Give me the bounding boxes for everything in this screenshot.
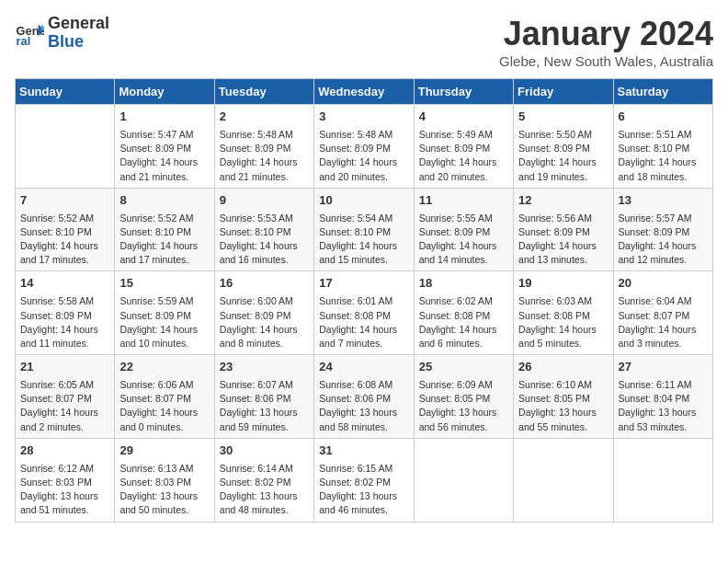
day-info: Daylight: 14 hours bbox=[419, 155, 508, 169]
day-info: Sunrise: 6:10 AM bbox=[518, 378, 608, 392]
day-number: 20 bbox=[619, 275, 708, 293]
day-info: Sunrise: 6:13 AM bbox=[119, 462, 209, 476]
calendar-cell: 30Sunrise: 6:14 AMSunset: 8:02 PMDayligh… bbox=[214, 438, 313, 522]
day-number: 13 bbox=[619, 192, 708, 210]
day-number: 5 bbox=[518, 109, 608, 126]
day-info: Sunrise: 6:15 AM bbox=[319, 462, 408, 476]
day-info: Daylight: 14 hours bbox=[419, 239, 508, 253]
day-number: 25 bbox=[419, 359, 508, 376]
day-number: 6 bbox=[619, 109, 708, 126]
day-info: Sunrise: 6:05 AM bbox=[20, 378, 109, 392]
day-info: Daylight: 13 hours bbox=[20, 489, 109, 503]
day-number: 15 bbox=[119, 275, 209, 293]
day-info: and 13 minutes. bbox=[518, 253, 608, 267]
calendar-cell: 28Sunrise: 6:12 AMSunset: 8:03 PMDayligh… bbox=[16, 438, 115, 522]
calendar-cell: 1Sunrise: 5:47 AMSunset: 8:09 PMDaylight… bbox=[115, 105, 214, 189]
day-info: Daylight: 14 hours bbox=[20, 323, 109, 337]
calendar-week-5: 28Sunrise: 6:12 AMSunset: 8:03 PMDayligh… bbox=[16, 438, 713, 522]
day-info: Sunrise: 5:50 AM bbox=[518, 128, 608, 142]
day-info: and 48 minutes. bbox=[220, 503, 309, 517]
day-info: Sunset: 8:05 PM bbox=[518, 392, 608, 406]
logo: Gene ral General Blue bbox=[15, 15, 109, 52]
day-info: Daylight: 14 hours bbox=[319, 155, 408, 169]
calendar-cell: 7Sunrise: 5:52 AMSunset: 8:10 PMDaylight… bbox=[16, 188, 115, 271]
logo-line1: General bbox=[48, 15, 109, 33]
calendar-cell: 3Sunrise: 5:48 AMSunset: 8:09 PMDaylight… bbox=[314, 105, 414, 189]
calendar-cell: 26Sunrise: 6:10 AMSunset: 8:05 PMDayligh… bbox=[514, 355, 613, 439]
day-number: 8 bbox=[119, 192, 209, 210]
day-info: Sunset: 8:09 PM bbox=[220, 309, 309, 323]
day-info: Sunset: 8:09 PM bbox=[20, 309, 109, 323]
calendar-cell: 2Sunrise: 5:48 AMSunset: 8:09 PMDaylight… bbox=[214, 105, 313, 189]
day-number: 2 bbox=[220, 109, 309, 126]
calendar-cell bbox=[16, 105, 115, 189]
header-row: Sunday Monday Tuesday Wednesday Thursday… bbox=[16, 79, 713, 105]
calendar-week-1: 1Sunrise: 5:47 AMSunset: 8:09 PMDaylight… bbox=[16, 105, 713, 189]
day-info: Daylight: 13 hours bbox=[419, 406, 508, 419]
day-info: Sunset: 8:10 PM bbox=[20, 225, 109, 239]
day-info: Sunrise: 5:48 AM bbox=[220, 128, 309, 142]
day-info: Daylight: 14 hours bbox=[20, 239, 109, 253]
day-info: Sunset: 8:09 PM bbox=[419, 142, 508, 155]
calendar-body: 1Sunrise: 5:47 AMSunset: 8:09 PMDaylight… bbox=[16, 105, 713, 523]
calendar-cell: 12Sunrise: 5:56 AMSunset: 8:09 PMDayligh… bbox=[514, 188, 613, 271]
day-info: Sunset: 8:04 PM bbox=[619, 392, 708, 406]
day-number: 22 bbox=[119, 359, 209, 376]
day-info: Daylight: 14 hours bbox=[119, 406, 209, 419]
day-info: and 6 minutes. bbox=[419, 337, 508, 350]
day-info: Sunrise: 5:53 AM bbox=[220, 212, 309, 225]
day-info: Daylight: 13 hours bbox=[619, 406, 708, 419]
day-info: Sunset: 8:02 PM bbox=[220, 476, 309, 489]
day-info: Sunset: 8:02 PM bbox=[319, 476, 408, 489]
calendar-cell: 31Sunrise: 6:15 AMSunset: 8:02 PMDayligh… bbox=[314, 438, 414, 522]
calendar-cell: 8Sunrise: 5:52 AMSunset: 8:10 PMDaylight… bbox=[115, 188, 214, 271]
day-info: and 17 minutes. bbox=[20, 253, 109, 267]
day-info: Sunrise: 5:49 AM bbox=[419, 128, 508, 142]
calendar-cell: 5Sunrise: 5:50 AMSunset: 8:09 PMDaylight… bbox=[514, 105, 613, 189]
calendar-cell: 9Sunrise: 5:53 AMSunset: 8:10 PMDaylight… bbox=[214, 188, 313, 271]
day-info: Daylight: 14 hours bbox=[419, 323, 508, 337]
day-info: Sunset: 8:09 PM bbox=[319, 142, 408, 155]
day-info: and 46 minutes. bbox=[319, 503, 408, 517]
day-info: Sunset: 8:09 PM bbox=[518, 142, 608, 155]
header-wednesday: Wednesday bbox=[314, 79, 414, 105]
day-info: Sunrise: 5:51 AM bbox=[619, 128, 708, 142]
day-info: Daylight: 14 hours bbox=[119, 155, 209, 169]
location-subtitle: Glebe, New South Wales, Australia bbox=[499, 53, 713, 69]
calendar-cell: 18Sunrise: 6:02 AMSunset: 8:08 PMDayligh… bbox=[414, 271, 513, 355]
day-info: and 53 minutes. bbox=[619, 420, 708, 434]
day-info: Daylight: 13 hours bbox=[319, 489, 408, 503]
day-info: Sunrise: 5:52 AM bbox=[20, 212, 109, 225]
day-info: and 50 minutes. bbox=[119, 503, 209, 517]
day-info: Sunrise: 6:09 AM bbox=[419, 378, 508, 392]
day-number: 1 bbox=[119, 109, 209, 126]
day-info: Sunrise: 6:11 AM bbox=[619, 378, 708, 392]
calendar-cell: 19Sunrise: 6:03 AMSunset: 8:08 PMDayligh… bbox=[514, 271, 613, 355]
day-number: 12 bbox=[518, 192, 608, 210]
day-info: Sunrise: 5:47 AM bbox=[119, 128, 209, 142]
day-info: Sunrise: 6:12 AM bbox=[20, 462, 109, 476]
day-info: and 8 minutes. bbox=[220, 337, 309, 350]
day-info: Sunset: 8:10 PM bbox=[119, 225, 209, 239]
day-info: Sunset: 8:07 PM bbox=[619, 309, 708, 323]
calendar-table: Sunday Monday Tuesday Wednesday Thursday… bbox=[15, 78, 713, 523]
day-info: Sunrise: 5:59 AM bbox=[119, 294, 209, 308]
day-info: Daylight: 14 hours bbox=[319, 239, 408, 253]
day-info: Sunset: 8:10 PM bbox=[619, 142, 708, 155]
day-info: and 17 minutes. bbox=[119, 253, 209, 267]
day-info: Sunrise: 6:00 AM bbox=[220, 294, 309, 308]
page-header: Gene ral General Blue January 2024 Glebe… bbox=[15, 15, 713, 69]
calendar-cell bbox=[414, 438, 513, 522]
day-number: 11 bbox=[419, 192, 508, 210]
calendar-cell: 16Sunrise: 6:00 AMSunset: 8:09 PMDayligh… bbox=[214, 271, 313, 355]
day-info: Sunset: 8:03 PM bbox=[119, 476, 209, 489]
day-info: Daylight: 13 hours bbox=[119, 489, 209, 503]
day-info: and 0 minutes. bbox=[119, 420, 209, 434]
day-info: Daylight: 13 hours bbox=[518, 406, 608, 419]
day-info: and 20 minutes. bbox=[319, 170, 408, 184]
day-info: Sunset: 8:07 PM bbox=[119, 392, 209, 406]
calendar-cell: 4Sunrise: 5:49 AMSunset: 8:09 PMDaylight… bbox=[414, 105, 513, 189]
day-info: and 59 minutes. bbox=[220, 420, 309, 434]
day-info: Sunrise: 5:56 AM bbox=[518, 212, 608, 225]
day-number: 16 bbox=[220, 275, 309, 293]
